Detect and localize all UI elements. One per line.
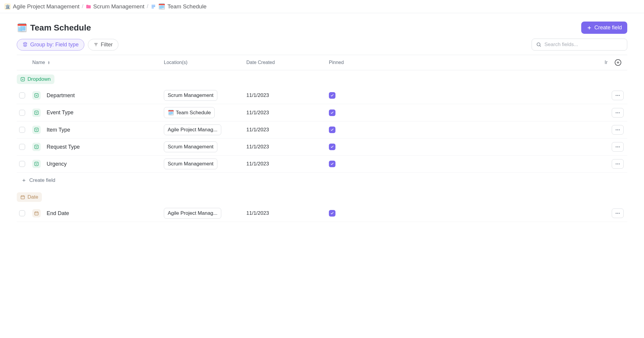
location-chip[interactable]: Scrum Management — [164, 159, 217, 169]
pinned-badge[interactable] — [329, 109, 335, 116]
column-header-date-created[interactable]: Date Created — [246, 60, 275, 65]
row-checkbox[interactable] — [19, 110, 25, 116]
breadcrumb-label: Agile Project Management — [13, 3, 80, 10]
column-header-pinned[interactable]: Pinned — [329, 60, 344, 65]
svg-rect-18 — [35, 162, 38, 166]
sort-icon[interactable]: ▲▼ — [48, 61, 50, 64]
group-pill[interactable]: Date — [17, 192, 42, 202]
field-name: End Date — [47, 210, 69, 217]
row-actions-button[interactable] — [612, 159, 624, 169]
row-actions-button[interactable] — [612, 108, 624, 118]
row-checkbox[interactable] — [19, 144, 25, 150]
row-checkbox[interactable] — [19, 92, 25, 98]
row-actions-button[interactable] — [612, 125, 624, 135]
breadcrumb-item-space[interactable]: 🏛️ Agile Project Management — [4, 3, 80, 10]
svg-point-19 — [616, 164, 616, 165]
group-label: Date — [28, 194, 38, 200]
table-row[interactable]: Item TypeAgile Project Manag...11/1/2023 — [17, 121, 627, 138]
table-row[interactable]: DepartmentScrum Management11/1/2023 — [17, 87, 627, 104]
group-pill[interactable]: Dropdown — [17, 74, 54, 84]
pinned-badge[interactable] — [329, 210, 335, 217]
pinned-badge[interactable] — [329, 161, 335, 167]
column-header-locations[interactable]: Location(s) — [164, 60, 187, 65]
toolbar: Group by: Field type Filter — [17, 39, 627, 51]
field-name: Urgency — [47, 161, 67, 167]
list-icon — [151, 4, 156, 9]
row-checkbox[interactable] — [19, 210, 25, 216]
filter-label: Filter — [101, 42, 113, 48]
svg-rect-2 — [35, 94, 38, 97]
title-row: 🗓️ Team Schedule Create field — [17, 22, 627, 34]
svg-point-17 — [619, 147, 620, 147]
row-actions-button[interactable] — [612, 142, 624, 152]
group-label: Dropdown — [28, 76, 51, 82]
dropdown-icon — [20, 77, 25, 82]
column-header-truncated[interactable]: Ir — [605, 60, 608, 65]
page-title-text: Team Schedule — [30, 23, 91, 33]
row-actions-button[interactable] — [612, 208, 624, 218]
table-row[interactable]: End DateAgile Project Manag...11/1/2023 — [17, 205, 627, 222]
svg-rect-23 — [35, 212, 38, 215]
create-field-inline-label: Create field — [29, 177, 55, 183]
row-checkbox[interactable] — [19, 127, 25, 133]
svg-point-26 — [619, 213, 620, 214]
date-created: 11/1/2023 — [246, 144, 269, 150]
field-name: Department — [47, 92, 75, 99]
svg-point-4 — [617, 95, 618, 96]
search-box[interactable] — [532, 39, 627, 51]
pinned-badge[interactable] — [329, 144, 335, 150]
svg-point-3 — [616, 95, 616, 96]
group-header-date[interactable]: Date — [17, 188, 627, 205]
date-created: 11/1/2023 — [246, 92, 269, 98]
filter-button[interactable]: Filter — [88, 39, 118, 51]
row-actions-button[interactable] — [612, 91, 624, 100]
pinned-badge[interactable] — [329, 127, 335, 133]
table-header: Name ▲▼ Location(s) Date Created Pinned … — [17, 55, 627, 70]
breadcrumb-item-folder[interactable]: Scrum Management — [86, 3, 144, 10]
date-created: 11/1/2023 — [246, 161, 269, 167]
group-by-label: Group by: Field type — [30, 42, 79, 48]
breadcrumb-label: Team Schedule — [167, 3, 207, 10]
location-chip[interactable]: 🗓️ Team Schedule — [164, 107, 215, 118]
svg-point-5 — [619, 95, 620, 96]
svg-point-20 — [617, 164, 618, 165]
dropdown-icon — [32, 143, 41, 151]
breadcrumb: 🏛️ Agile Project Management / Scrum Mana… — [0, 0, 644, 13]
location-chip[interactable]: Agile Project Manag... — [164, 124, 221, 135]
row-checkbox[interactable] — [19, 161, 25, 167]
search-icon — [536, 42, 541, 47]
breadcrumb-item-list[interactable]: 🗓️ Team Schedule — [151, 3, 207, 10]
svg-point-11 — [616, 130, 616, 130]
group-by-button[interactable]: Group by: Field type — [17, 39, 84, 51]
table-row[interactable]: UrgencyScrum Management11/1/2023 — [17, 156, 627, 173]
group-header-dropdown[interactable]: Dropdown — [17, 70, 627, 87]
breadcrumb-label: Scrum Management — [93, 3, 144, 10]
location-chip[interactable]: Scrum Management — [164, 141, 217, 152]
date-created: 11/1/2023 — [246, 127, 269, 133]
pinned-badge[interactable] — [329, 92, 335, 99]
calendar-emoji: 🗓️ — [158, 3, 165, 10]
table-row[interactable]: Event Type🗓️ Team Schedule11/1/2023 — [17, 104, 627, 121]
table-row[interactable]: Request TypeScrum Management11/1/2023 — [17, 138, 627, 156]
add-column-button[interactable] — [615, 59, 621, 66]
svg-point-7 — [616, 112, 616, 113]
location-chip[interactable]: Scrum Management — [164, 90, 217, 101]
create-field-inline-button[interactable]: Create field — [17, 173, 627, 188]
create-field-button[interactable]: Create field — [581, 22, 627, 34]
svg-point-12 — [617, 130, 618, 130]
svg-point-0 — [537, 43, 540, 46]
search-input[interactable] — [544, 42, 623, 48]
svg-point-25 — [617, 213, 618, 214]
svg-point-15 — [616, 147, 616, 147]
create-field-label: Create field — [594, 25, 622, 31]
location-emoji: 🗓️ — [168, 109, 174, 116]
date-icon — [32, 209, 41, 217]
svg-rect-14 — [35, 145, 38, 149]
location-chip[interactable]: Agile Project Manag... — [164, 208, 221, 219]
svg-point-16 — [617, 147, 618, 147]
svg-rect-1 — [21, 77, 25, 81]
column-header-name[interactable]: Name — [32, 60, 45, 65]
svg-rect-22 — [21, 196, 25, 199]
page-emoji: 🗓️ — [17, 23, 27, 33]
dropdown-icon — [32, 160, 41, 168]
